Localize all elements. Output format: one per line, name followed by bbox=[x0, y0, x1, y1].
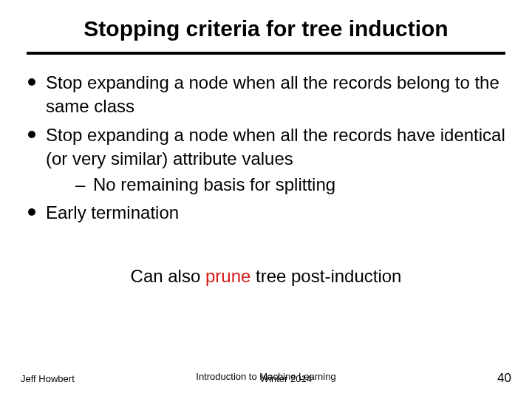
slide: Stopping criteria for tree induction Sto… bbox=[0, 0, 532, 399]
note-post: tree post-induction bbox=[250, 266, 401, 286]
note-pre: Can also bbox=[131, 266, 205, 286]
bullet-text: Stop expanding a node when all the recor… bbox=[46, 125, 505, 168]
bullet-icon bbox=[28, 78, 35, 86]
bullet-item: Stop expanding a node when all the recor… bbox=[27, 71, 505, 119]
bullet-text: Stop expanding a node when all the recor… bbox=[46, 72, 499, 116]
bullet-item: Early termination bbox=[27, 201, 505, 225]
bullet-text: Early termination bbox=[46, 202, 179, 222]
footer-left: Jeff Howbert bbox=[21, 373, 75, 384]
bullet-item: Stop expanding a node when all the recor… bbox=[27, 123, 505, 197]
bullet-icon bbox=[28, 208, 35, 216]
sub-list: No remaining basis for splitting bbox=[46, 173, 505, 197]
bullet-list: Stop expanding a node when all the recor… bbox=[27, 71, 505, 225]
slide-title: Stopping criteria for tree induction bbox=[27, 16, 505, 41]
bullet-icon bbox=[28, 131, 35, 138]
footer-page: 40 bbox=[497, 371, 511, 386]
footer: Jeff Howbert Introduction to Machine Lea… bbox=[0, 371, 532, 386]
note-highlight: prune bbox=[205, 266, 250, 286]
sub-item: No remaining basis for splitting bbox=[75, 173, 505, 197]
footer-center: Introduction to Machine Learning bbox=[196, 371, 335, 382]
title-rule bbox=[27, 52, 505, 55]
note-line: Can also prune tree post-induction bbox=[27, 265, 505, 288]
slide-body: Stop expanding a node when all the recor… bbox=[27, 71, 505, 289]
